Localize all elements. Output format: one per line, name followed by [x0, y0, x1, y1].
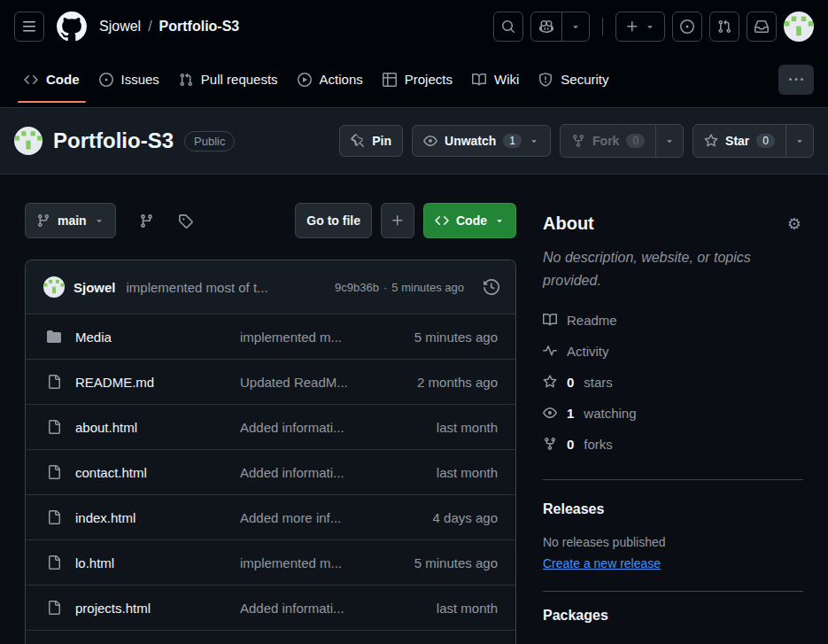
- table-row-about[interactable]: about.html Added informati... last month: [26, 404, 515, 449]
- toolbar-right: Go to file Code: [295, 203, 516, 238]
- add-file-button[interactable]: [381, 203, 414, 238]
- star-icon: [704, 134, 718, 148]
- file-name-link[interactable]: lo.html: [75, 555, 226, 570]
- file-commit-message[interactable]: implemented m...: [240, 555, 351, 570]
- code-column: main Go to file: [25, 203, 516, 644]
- activity-label: Activity: [567, 344, 609, 359]
- create-new-button[interactable]: [615, 12, 665, 42]
- issues-dashboard-button[interactable]: [672, 12, 702, 42]
- tab-projects[interactable]: Projects: [373, 51, 462, 107]
- commit-author-identicon: [43, 276, 65, 298]
- copilot-icon: [539, 19, 553, 34]
- chevron-down-icon: [664, 136, 675, 146]
- tab-label: Security: [561, 72, 608, 87]
- issue-opened-icon: [99, 73, 113, 87]
- user-avatar-button[interactable]: [784, 12, 814, 42]
- file-name-link[interactable]: projects.html: [75, 601, 226, 616]
- forks-link[interactable]: 0 forks: [543, 429, 803, 460]
- fork-menu-button[interactable]: [655, 125, 683, 157]
- commit-history-button[interactable]: [482, 277, 501, 297]
- file-commit-message[interactable]: Added informati...: [240, 601, 351, 616]
- file-name-link[interactable]: about.html: [75, 420, 226, 435]
- tab-code[interactable]: Code: [14, 51, 89, 107]
- app-header-area: Sjowel / Portfolio-S3: [0, 0, 828, 108]
- breadcrumb-repo-link[interactable]: Portfolio-S3: [159, 19, 240, 35]
- global-menu-button[interactable]: [14, 12, 44, 42]
- copilot-button[interactable]: [531, 12, 561, 41]
- star-menu-button[interactable]: [785, 125, 813, 157]
- main-content: main Go to file: [0, 175, 828, 644]
- file-commit-message[interactable]: Added more inf...: [240, 510, 351, 525]
- fork-button[interactable]: Fork 0: [561, 125, 655, 157]
- go-to-file-button[interactable]: Go to file: [295, 203, 372, 238]
- branches-link[interactable]: [139, 213, 154, 229]
- pin-button[interactable]: Pin: [339, 125, 403, 157]
- file-name-link[interactable]: Media: [75, 330, 226, 345]
- git-pull-request-icon: [179, 73, 193, 87]
- branch-tag-links: [139, 213, 193, 229]
- table-row-contact[interactable]: contact.html Added informati... last mon…: [26, 449, 515, 494]
- hamburger-icon: [22, 19, 36, 34]
- repo-header-band: Portfolio-S3 Public Pin Unwatch 1 Fork 0: [0, 108, 828, 175]
- code-dropdown-button[interactable]: Code: [423, 203, 516, 238]
- nav-overflow-button[interactable]: [778, 65, 814, 95]
- branch-selector[interactable]: main: [25, 203, 116, 238]
- file-commit-date: 2 months ago: [365, 375, 498, 390]
- eye-icon: [543, 406, 557, 420]
- tab-issues[interactable]: Issues: [89, 51, 169, 107]
- file-name-link[interactable]: README.md: [75, 375, 226, 390]
- commit-author-link[interactable]: Sjowel: [74, 280, 116, 295]
- code-toolbar: main Go to file: [25, 203, 516, 238]
- file-icon: [47, 375, 61, 389]
- file-icon: [47, 510, 61, 524]
- file-commit-message[interactable]: implemented m...: [240, 330, 351, 345]
- copilot-menu-button[interactable]: [561, 12, 589, 41]
- file-commit-message[interactable]: Added informati...: [240, 420, 351, 435]
- table-row-partial[interactable]: [26, 630, 515, 644]
- commit-sha-link[interactable]: 9c9b36b: [335, 281, 379, 294]
- header-left: Sjowel / Portfolio-S3: [14, 12, 239, 42]
- table-row-projects[interactable]: projects.html Added informati... last mo…: [26, 585, 515, 630]
- file-name-link[interactable]: contact.html: [75, 465, 226, 480]
- repo-owner-identicon: [14, 127, 43, 155]
- readme-link[interactable]: Readme: [543, 305, 803, 336]
- inbox-button[interactable]: [747, 12, 777, 42]
- commit-message-link[interactable]: implemented most of t...: [127, 280, 327, 295]
- tab-actions[interactable]: Actions: [288, 51, 373, 107]
- table-row-lo[interactable]: lo.html implemented m... 5 minutes ago: [26, 539, 515, 585]
- tab-wiki[interactable]: Wiki: [462, 51, 529, 107]
- tab-pull-requests[interactable]: Pull requests: [169, 51, 288, 107]
- table-row-media[interactable]: Media implemented m... 5 minutes ago: [26, 314, 515, 359]
- star-count: 0: [756, 134, 775, 148]
- search-button[interactable]: [493, 12, 523, 42]
- latest-commit-bar: Sjowel implemented most of t... 9c9b36b …: [26, 260, 515, 314]
- watch-button[interactable]: Unwatch 1: [412, 125, 551, 157]
- file-name-link[interactable]: index.html: [75, 510, 226, 525]
- code-button-label: Code: [456, 213, 487, 228]
- activity-link[interactable]: Activity: [543, 336, 803, 367]
- code-icon: [24, 73, 38, 87]
- chevron-down-icon: [494, 215, 505, 226]
- tags-link[interactable]: [178, 213, 193, 229]
- github-logo[interactable]: [57, 12, 87, 42]
- watching-label: watching: [584, 406, 636, 421]
- watching-link[interactable]: 1 watching: [543, 398, 803, 429]
- pulse-icon: [543, 344, 557, 358]
- file-commit-message[interactable]: Added informati...: [240, 465, 351, 480]
- tab-security[interactable]: Security: [529, 51, 618, 107]
- pull-requests-dashboard-button[interactable]: [709, 12, 739, 42]
- git-branch-icon: [36, 213, 50, 228]
- table-row-readme[interactable]: README.md Updated ReadM... 2 months ago: [26, 359, 515, 404]
- file-commit-message[interactable]: Updated ReadM...: [240, 375, 351, 390]
- breadcrumb-owner-link[interactable]: Sjowel: [99, 19, 141, 35]
- user-avatar-identicon: [784, 12, 814, 42]
- about-description: No description, website, or topics provi…: [543, 246, 803, 292]
- edit-repo-details-button[interactable]: ⚙: [785, 214, 803, 234]
- star-button[interactable]: Star 0: [693, 125, 785, 157]
- repo-title[interactable]: Portfolio-S3: [53, 128, 174, 153]
- table-row-index[interactable]: index.html Added more inf... 4 days ago: [26, 494, 515, 539]
- history-icon: [484, 279, 499, 295]
- create-release-link[interactable]: Create a new release: [543, 556, 661, 570]
- watch-label: Unwatch: [445, 134, 496, 148]
- stars-link[interactable]: 0 stars: [543, 367, 803, 398]
